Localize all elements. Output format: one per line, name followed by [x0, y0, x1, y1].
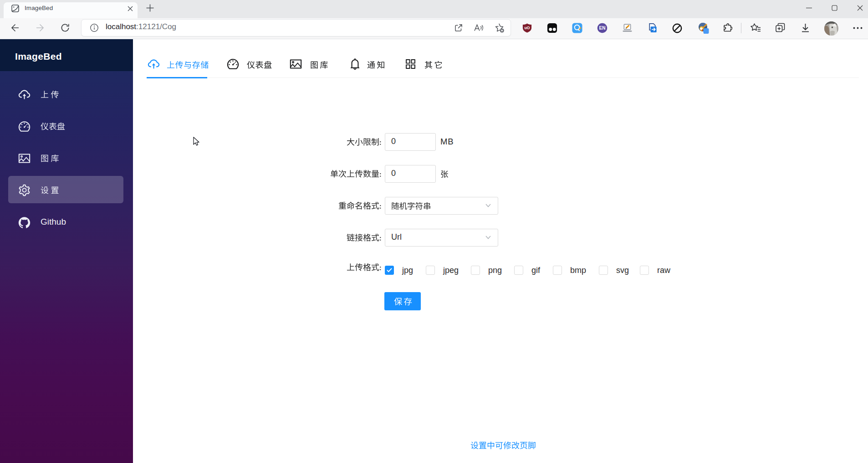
svg-text:EN: EN — [599, 26, 606, 31]
svg-text:uO: uO — [525, 26, 530, 30]
